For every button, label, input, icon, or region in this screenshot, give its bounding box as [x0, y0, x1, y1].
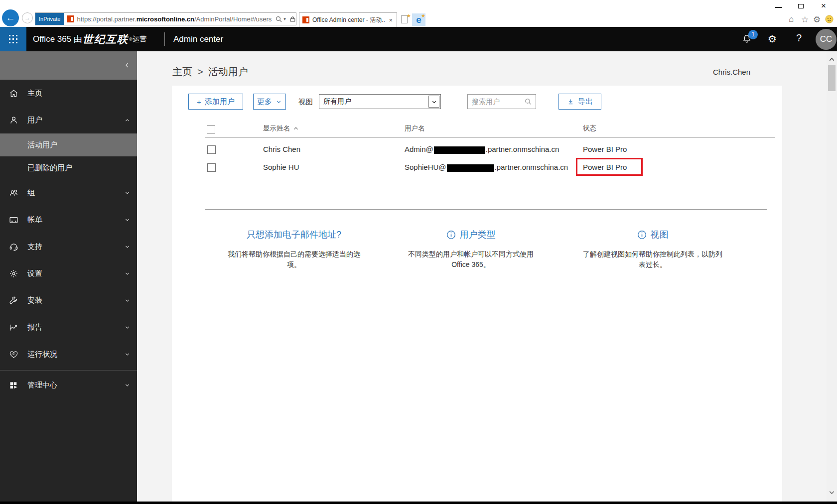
scroll-down-icon[interactable] [828, 488, 836, 497]
card-user-types: 用户类型 不同类型的用户和帐户可以不同方式使用 Office 365。 [391, 228, 551, 270]
search-user-box [467, 94, 536, 109]
chevron-left-icon [123, 61, 131, 69]
chevron-down-icon [124, 270, 131, 277]
url-text[interactable]: https://portal.partner.microsoftonline.c… [77, 15, 272, 23]
admin-center-title: Admin center [173, 27, 223, 51]
waffle-icon [9, 35, 17, 43]
redacted-text [434, 146, 485, 154]
chevron-up-icon [124, 117, 131, 124]
sidebar: 主页 用户 活动用户 已删除的用户 组 帐单 支持 [0, 51, 137, 502]
user-display-name[interactable]: Chris Chen [263, 145, 300, 153]
minimize-button[interactable] [775, 7, 782, 8]
back-button[interactable]: ← [2, 9, 19, 26]
tab-close-icon[interactable]: × [388, 16, 394, 24]
sidebar-item-reports[interactable]: 报告 [0, 314, 137, 341]
info-icon [446, 230, 456, 240]
tab-title: Office Admin center - 活动... [312, 16, 385, 24]
breadcrumb: 主页>活动用户 [172, 65, 248, 79]
sidebar-item-billing[interactable]: 帐单 [0, 206, 137, 233]
add-user-button[interactable]: + 添加用户 [188, 94, 243, 110]
sidebar-item-admin-centers[interactable]: 管理中心 [0, 372, 137, 398]
sidebar-item-setup[interactable]: 安装 [0, 287, 137, 314]
ie-home-icon[interactable]: ⌂ [789, 14, 794, 24]
page-title: 活动用户 [208, 66, 248, 77]
select-all-checkbox[interactable] [207, 125, 215, 133]
home-icon [8, 88, 19, 99]
sidebar-item-deleted-users[interactable]: 已删除的用户 [0, 156, 137, 179]
select-arrow-icon[interactable] [428, 96, 439, 108]
chevron-down-icon [124, 243, 131, 251]
redacted-text [447, 164, 494, 172]
tab-favicon [302, 16, 309, 23]
search-user-input[interactable] [472, 98, 524, 106]
sidebar-divider [0, 370, 137, 371]
sidebar-collapse-button[interactable] [0, 51, 137, 80]
card-add-email-link[interactable]: 只想添加电子邮件地址? [214, 228, 374, 241]
ie-smiley-icon[interactable] [825, 15, 834, 26]
chart-icon [8, 322, 19, 333]
sort-ascending-icon [292, 125, 299, 132]
chevron-down-icon [124, 351, 131, 358]
edge-star-icon: ★ [421, 13, 425, 18]
row-checkbox[interactable] [207, 145, 216, 154]
close-window-button[interactable]: × [821, 1, 826, 11]
scroll-up-icon[interactable] [828, 55, 836, 64]
section-divider [205, 209, 767, 210]
chevron-down-icon [124, 324, 131, 331]
sidebar-item-active-users[interactable]: 活动用户 [0, 133, 137, 156]
scrollbar-thumb[interactable] [828, 65, 836, 91]
people-icon [8, 188, 19, 198]
chevron-down-icon [276, 99, 282, 105]
search-icon[interactable]: ▾ [275, 15, 286, 23]
magnifier-icon[interactable] [524, 98, 532, 106]
more-button[interactable]: 更多 [253, 94, 286, 110]
lock-icon [289, 16, 296, 22]
user-status: Power BI Pro [583, 163, 627, 171]
view-select[interactable]: 所有用户 [319, 94, 441, 109]
account-name: Chris.Chen [635, 68, 750, 76]
breadcrumb-home-link[interactable]: 主页 [172, 66, 192, 77]
new-tab-button[interactable]: ★ [399, 13, 411, 26]
suite-divider [164, 32, 165, 46]
ie-favorites-icon[interactable]: ☆ [801, 14, 809, 25]
avatar[interactable]: CC [816, 29, 837, 50]
sidebar-item-support[interactable]: 支持 [0, 233, 137, 260]
window-bottom-edge [0, 502, 837, 504]
sidebar-item-groups[interactable]: 组 [0, 179, 137, 206]
restore-button[interactable] [798, 4, 804, 8]
download-icon [567, 98, 574, 106]
user-status: Power BI Pro [583, 145, 627, 153]
address-bar[interactable]: InPrivate https://portal.partner.microso… [35, 12, 296, 25]
column-header-display-name[interactable]: 显示姓名 [263, 124, 299, 133]
chevron-down-icon [124, 216, 131, 224]
headset-icon [8, 242, 19, 252]
heart-pulse-icon [8, 349, 19, 360]
card-user-types-link[interactable]: 用户类型 [391, 228, 551, 241]
forward-button[interactable]: → [22, 12, 33, 23]
column-header-username[interactable]: 用户名 [405, 124, 425, 133]
view-label: 视图 [298, 97, 313, 107]
help-icon[interactable]: ? [796, 32, 802, 44]
export-button[interactable]: 导出 [558, 94, 601, 110]
sidebar-item-home[interactable]: 主页 [0, 80, 137, 107]
column-header-status[interactable]: 状态 [583, 124, 596, 133]
brand-title: Office 365 由世纪互联®运营 [33, 27, 147, 51]
row-checkbox[interactable] [207, 163, 216, 172]
card-add-email-body: 我们将帮助你根据自己的需要选择适当的选项。 [226, 249, 362, 270]
app-launcher-button[interactable] [0, 27, 26, 51]
view-select-value: 所有用户 [323, 97, 428, 106]
browser-tab[interactable]: Office Admin center - 活动... × [299, 12, 397, 27]
ie-settings-icon[interactable]: ⚙ [813, 14, 821, 25]
user-email: Admin@.partner.onmschina.cn [405, 145, 559, 154]
sidebar-item-users[interactable]: 用户 [0, 107, 137, 133]
sidebar-item-settings[interactable]: 设置 [0, 260, 137, 287]
open-with-edge-button[interactable]: e ★ [412, 13, 425, 26]
card-views: 视图 了解创建视图如何帮助你控制此列表，以防列表过长。 [573, 228, 732, 270]
card-views-link[interactable]: 视图 [573, 228, 732, 241]
search-caret-icon[interactable]: ▾ [283, 16, 286, 21]
settings-gear-icon[interactable]: ⚙ [768, 33, 777, 45]
user-display-name[interactable]: Sophie HU [263, 163, 299, 171]
sidebar-item-health[interactable]: 运行状况 [0, 341, 137, 368]
user-email: SophieHU@.partner.onmschina.cn [405, 163, 568, 172]
vertical-scrollbar[interactable] [827, 51, 837, 502]
